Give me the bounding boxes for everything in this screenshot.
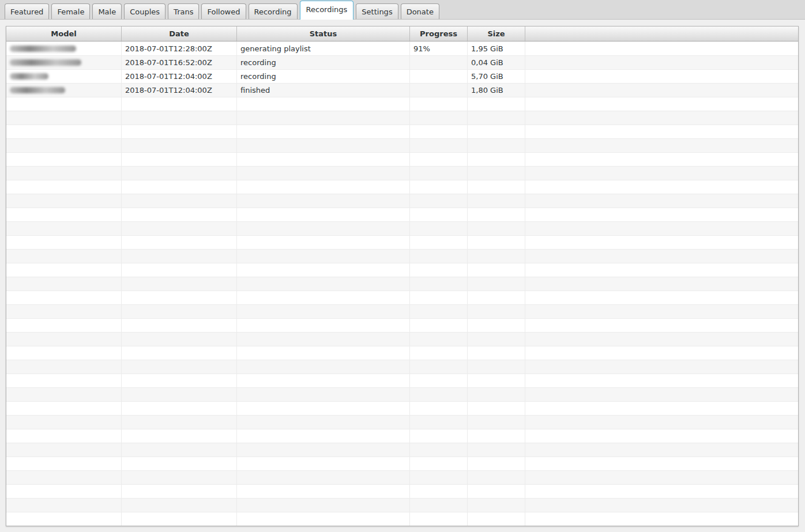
redacted-model-name bbox=[10, 46, 76, 52]
redacted-model-name bbox=[10, 87, 65, 93]
filler-cell bbox=[525, 56, 798, 69]
column-header-progress[interactable]: Progress bbox=[410, 27, 468, 41]
date-cell: 2018-07-01T12:04:00Z bbox=[122, 70, 237, 83]
status-cell: generating playlist bbox=[237, 41, 410, 55]
empty-row bbox=[6, 415, 798, 429]
tab-recordings[interactable]: Recordings bbox=[300, 1, 354, 20]
empty-row bbox=[6, 277, 798, 290]
empty-row bbox=[6, 249, 798, 263]
empty-row bbox=[6, 180, 798, 194]
tab-label: Male bbox=[98, 7, 116, 16]
table-body: 2018-07-01T12:28:00Z generating playlist… bbox=[6, 41, 798, 526]
empty-row bbox=[6, 373, 798, 387]
status-cell: finished bbox=[237, 84, 410, 97]
empty-row bbox=[6, 512, 798, 526]
empty-row bbox=[6, 138, 798, 152]
table-row[interactable]: 2018-07-01T12:28:00Z generating playlist… bbox=[6, 41, 798, 55]
model-cell bbox=[6, 84, 122, 97]
column-header-size[interactable]: Size bbox=[468, 27, 525, 41]
size-cell: 1,95 GiB bbox=[468, 41, 525, 55]
recordings-table: Model Date Status Progress Size 2018-07-… bbox=[6, 26, 799, 526]
empty-row bbox=[6, 221, 798, 235]
empty-row bbox=[6, 401, 798, 415]
empty-row bbox=[6, 470, 798, 484]
table-row[interactable]: 2018-07-01T16:52:00Z recording 0,04 GiB bbox=[6, 55, 798, 69]
redacted-model-name bbox=[10, 73, 48, 80]
column-header-date[interactable]: Date bbox=[122, 27, 237, 41]
empty-row bbox=[6, 152, 798, 166]
empty-row bbox=[6, 290, 798, 304]
empty-row bbox=[6, 97, 798, 111]
tab-label: Trans bbox=[174, 7, 193, 16]
tab-label: Recordings bbox=[306, 5, 348, 14]
tab-settings[interactable]: Settings bbox=[356, 3, 398, 19]
progress-cell: 91% bbox=[410, 41, 468, 55]
empty-row bbox=[6, 456, 798, 470]
status-cell: recording bbox=[237, 70, 410, 83]
date-cell: 2018-07-01T12:04:00Z bbox=[122, 84, 237, 97]
empty-row bbox=[6, 346, 798, 360]
status-cell: recording bbox=[237, 56, 410, 69]
table-header: Model Date Status Progress Size bbox=[6, 27, 798, 41]
tab-female[interactable]: Female bbox=[51, 3, 90, 19]
tab-label: Settings bbox=[362, 7, 392, 16]
model-cell bbox=[6, 70, 122, 83]
empty-row bbox=[6, 263, 798, 277]
tab-followed[interactable]: Followed bbox=[201, 3, 246, 19]
empty-row bbox=[6, 207, 798, 221]
size-cell: 1,80 GiB bbox=[468, 84, 525, 97]
empty-row bbox=[6, 111, 798, 124]
size-cell: 0,04 GiB bbox=[468, 56, 525, 69]
empty-row bbox=[6, 304, 798, 318]
progress-cell bbox=[410, 56, 468, 69]
table-row[interactable]: 2018-07-01T12:04:00Z recording 5,70 GiB bbox=[6, 69, 798, 83]
tab-trans[interactable]: Trans bbox=[168, 3, 199, 19]
tab-label: Donate bbox=[407, 7, 434, 16]
column-header-model[interactable]: Model bbox=[6, 27, 122, 41]
column-header-filler[interactable] bbox=[525, 27, 798, 41]
empty-row bbox=[6, 498, 798, 512]
column-header-status[interactable]: Status bbox=[237, 27, 410, 41]
tab-couples[interactable]: Couples bbox=[124, 3, 165, 19]
filler-cell bbox=[525, 84, 798, 97]
tab-donate[interactable]: Donate bbox=[401, 3, 439, 19]
model-cell bbox=[6, 41, 122, 55]
empty-row bbox=[6, 124, 798, 138]
empty-row bbox=[6, 332, 798, 346]
empty-row bbox=[6, 443, 798, 456]
empty-row bbox=[6, 387, 798, 401]
tab-label: Female bbox=[57, 7, 84, 16]
redacted-model-name bbox=[10, 59, 81, 66]
tab-label: Couples bbox=[130, 7, 160, 16]
empty-row bbox=[6, 166, 798, 180]
tab-label: Featured bbox=[10, 7, 43, 16]
empty-row bbox=[6, 360, 798, 373]
tab-label: Followed bbox=[207, 7, 240, 16]
empty-row bbox=[6, 194, 798, 207]
filler-cell bbox=[525, 41, 798, 55]
progress-cell bbox=[410, 84, 468, 97]
progress-cell bbox=[410, 70, 468, 83]
date-cell: 2018-07-01T16:52:00Z bbox=[122, 56, 237, 69]
empty-row bbox=[6, 235, 798, 249]
table-row[interactable]: 2018-07-01T12:04:00Z finished 1,80 GiB bbox=[6, 83, 798, 97]
empty-row bbox=[6, 429, 798, 443]
empty-row bbox=[6, 318, 798, 332]
tab-male[interactable]: Male bbox=[92, 3, 122, 19]
filler-cell bbox=[525, 70, 798, 83]
date-cell: 2018-07-01T12:28:00Z bbox=[122, 41, 237, 55]
size-cell: 5,70 GiB bbox=[468, 70, 525, 83]
tab-featured[interactable]: Featured bbox=[5, 3, 49, 19]
empty-row bbox=[6, 484, 798, 498]
tab-label: Recording bbox=[254, 7, 292, 16]
model-cell bbox=[6, 56, 122, 69]
tab-bar: Featured Female Male Couples Trans Follo… bbox=[0, 0, 805, 20]
tab-recording[interactable]: Recording bbox=[249, 3, 298, 19]
